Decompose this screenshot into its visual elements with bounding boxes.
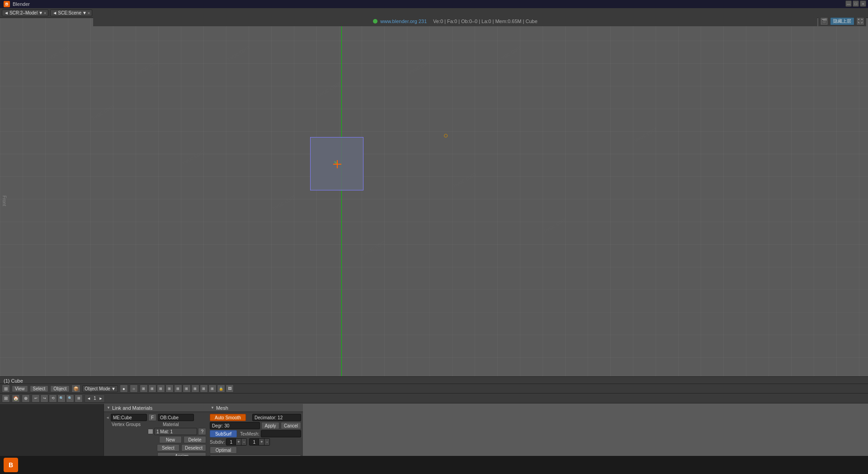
delete-button[interactable]: Delete	[184, 436, 206, 443]
me-field-value: ME:Cube	[113, 415, 132, 420]
icon-btn-8[interactable]: ⊞	[200, 384, 208, 393]
labels-row: Vertex Groups Material	[106, 422, 206, 427]
icon-btn-4[interactable]: ⊞	[165, 384, 174, 393]
mode-label: Object Mode	[85, 386, 110, 391]
icon-btn-3[interactable]: ⊞	[157, 384, 165, 393]
icon-btn-9[interactable]: ⊞	[208, 384, 217, 393]
icon-btn-1[interactable]: ⊞	[140, 384, 148, 393]
blender-url[interactable]: www.blender.org 231	[380, 19, 427, 24]
transform-icon-6[interactable]: ⊞	[75, 394, 83, 403]
texmesh-field[interactable]	[261, 430, 301, 437]
snap-icon-1[interactable]: 🏠	[12, 394, 20, 403]
optimal-row: Optimal	[210, 446, 301, 454]
optimal-button[interactable]: Optimal	[210, 446, 237, 454]
close-button[interactable]: ×	[860, 0, 866, 7]
view-menu-btn[interactable]: View	[12, 385, 28, 392]
minimize-button[interactable]: —	[845, 0, 852, 7]
subdiv-inner-inc[interactable]: +	[259, 439, 264, 445]
mat-question-btn[interactable]: ?	[198, 428, 206, 435]
axis-label-left: Front	[2, 195, 7, 206]
transform-icon-4[interactable]: 🔍	[57, 394, 66, 403]
panel-expand-icon: ◄	[106, 416, 109, 420]
svg-line-2	[335, 161, 337, 164]
deselect-button[interactable]: Deselect	[181, 444, 206, 451]
degr-row: Degr: 30 Apply Cancel	[210, 422, 301, 429]
object-menu-btn[interactable]: Object	[50, 385, 70, 392]
toolbar-row-2: ⊞ 🏠 ⊕ ↩ ↪ ⟲ 🔍 🔍 ⊞ ◄ 1 ►	[0, 393, 868, 403]
subdiv-dec[interactable]: -	[241, 439, 246, 445]
transform-icon-2[interactable]: ↪	[40, 394, 48, 403]
select-deselect-row: Select Deselect	[106, 444, 206, 451]
material-slot[interactable]: 1 Mat: 1	[154, 428, 197, 435]
apply-button[interactable]: Apply	[261, 422, 279, 429]
vertex-groups-label: Vertex Groups	[106, 422, 146, 427]
cancel-button[interactable]: Cancel	[281, 422, 301, 429]
icon-btn-2[interactable]: ⊞	[148, 384, 156, 393]
screen-selector[interactable]: ◄ SCR:2–Model ▼ ×	[2, 9, 48, 16]
scene-selector-label: SCE:Scene	[58, 10, 81, 15]
icon-btn-10[interactable]: 🔒	[217, 384, 225, 393]
mesh-panel-collapse-icon: ▼	[211, 406, 214, 410]
icon-btn-6[interactable]: ⊞	[183, 384, 191, 393]
viewport-type-icon[interactable]: ⊞	[2, 384, 10, 393]
degr-field[interactable]: Degr: 30	[210, 422, 260, 429]
ob-field[interactable]: OB:Cube	[158, 414, 194, 421]
icon-btn-7[interactable]: ⊞	[191, 384, 199, 393]
mesh-header[interactable]: ▼ Mesh	[208, 404, 303, 412]
transform-icon-3[interactable]: ⟲	[49, 394, 57, 403]
fullscreen-icon[interactable]: ⛶	[856, 17, 864, 25]
taskbar-app-icon[interactable]: B	[4, 458, 18, 472]
snap-icon-2[interactable]: ⊕	[22, 394, 30, 403]
viewport[interactable]: tivoc.com tivoc.com tivoc.com tivoc.com …	[0, 18, 868, 384]
subdiv-inc[interactable]: +	[236, 439, 241, 445]
frame-next[interactable]: ►	[99, 396, 103, 401]
material-color-swatch	[148, 429, 153, 434]
grid-lines	[0, 18, 868, 384]
render-icon[interactable]: 🎬	[820, 17, 828, 25]
mode-selector[interactable]: Object Mode ▼	[82, 385, 118, 392]
select-menu-btn[interactable]: Select	[30, 385, 49, 392]
shading-icon[interactable]: ○	[130, 384, 138, 393]
transform-icon-1[interactable]: ↩	[32, 394, 40, 403]
frame-counter[interactable]: ◄ 1 ►	[85, 394, 105, 403]
window-controls: — □ ×	[845, 0, 866, 7]
scene-selector-close[interactable]: ×	[88, 11, 90, 15]
panel-collapse-icon: ▼	[107, 406, 110, 410]
menu-bar: ◄ SCR:2–Model ▼ × ◄ SCE:Scene ▼ × www.bl…	[0, 8, 868, 18]
mat-slot-row: 1 Mat: 1 ?	[106, 428, 206, 435]
cube-object[interactable]	[310, 137, 363, 190]
mode-arrow: ▼	[111, 386, 116, 391]
chinese-text-btn[interactable]: 隐藏上层	[830, 17, 854, 25]
select-button[interactable]: Select	[157, 444, 179, 451]
mesh-title: Mesh	[216, 405, 228, 411]
frame-prev[interactable]: ◄	[87, 396, 91, 401]
top-right-controls: 🎬 隐藏上层 ⛶	[818, 16, 866, 26]
me-ob-row: ◄ ME:Cube F OB:Cube	[106, 414, 206, 421]
object-icon[interactable]: 📦	[71, 384, 80, 393]
subsurf-button[interactable]: SubSurf	[210, 430, 237, 437]
subdiv-stepper[interactable]: 1 + -	[226, 438, 247, 446]
icon-btn-5[interactable]: ⊞	[174, 384, 182, 393]
selection-status: (1) Cube	[4, 378, 23, 384]
subdiv-row: Subdiv: 1 + - 1 + -	[210, 438, 301, 446]
link-materials-header[interactable]: ▼ Link and Materials	[104, 404, 208, 412]
transform-crosshair	[333, 160, 341, 168]
svg-point-3	[336, 163, 338, 165]
status-bar: www.blender.org 231 Ve:0 | Fa:0 | Ob:0–0…	[93, 16, 817, 26]
subdiv-inner-dec[interactable]: -	[264, 439, 269, 445]
subdiv-inner-stepper[interactable]: 1 + -	[249, 438, 270, 446]
decimator-field[interactable]: Decimator: 12	[252, 414, 301, 421]
auto-smooth-button[interactable]: Auto Smooth	[210, 414, 246, 421]
f-button[interactable]: F	[148, 414, 156, 421]
panel-type-icon[interactable]: ⊞	[2, 394, 10, 403]
scene-selector[interactable]: ◄ SCE:Scene ▼ ×	[50, 9, 92, 16]
screen-selector-arrow: ▼	[38, 10, 43, 15]
me-field[interactable]: ME:Cube	[111, 414, 147, 421]
new-button[interactable]: New	[159, 436, 182, 443]
draw-mode-icon[interactable]: ●	[120, 384, 128, 393]
subdiv-value: 1	[226, 440, 236, 445]
maximize-button[interactable]: □	[853, 0, 859, 7]
screen-selector-close[interactable]: ×	[44, 11, 46, 15]
transform-icon-5[interactable]: 🔍	[66, 394, 74, 403]
icon-btn-11[interactable]: 🖼	[226, 384, 234, 393]
